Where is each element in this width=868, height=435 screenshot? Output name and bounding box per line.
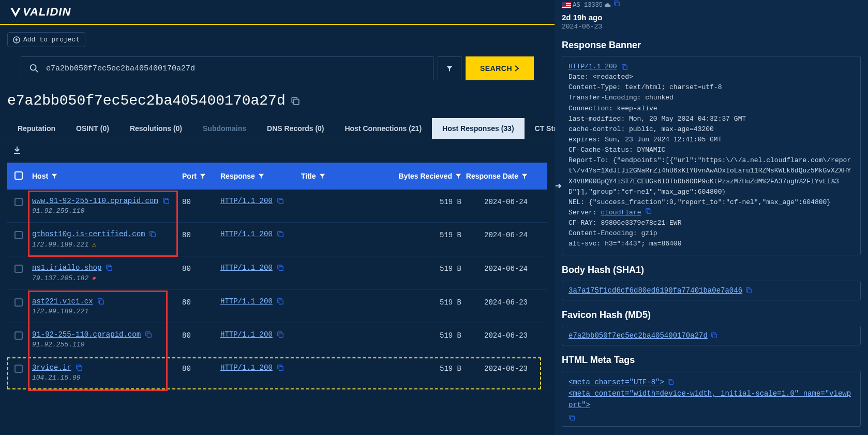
row-bytes: 519 B xyxy=(389,330,461,340)
tab-5[interactable]: Host Connections (21) xyxy=(335,118,432,139)
body-hash-link[interactable]: 3a7a175f1cd6cf6d80ed6190fa77401ba0e7a046 xyxy=(568,286,742,295)
svg-rect-25 xyxy=(78,366,82,370)
col-response[interactable]: Response xyxy=(220,172,301,180)
svg-rect-35 xyxy=(747,289,751,293)
tab-6[interactable]: Host Responses (33) xyxy=(432,118,524,139)
copy-icon[interactable] xyxy=(106,264,113,271)
svg-rect-13 xyxy=(108,266,112,270)
meta-tag-link[interactable]: <meta content="width=device-width, initi… xyxy=(568,388,854,411)
host-link[interactable]: gthost10g.is-certified.com xyxy=(32,230,145,238)
add-to-project-label: Add to project xyxy=(23,36,80,44)
copy-icon[interactable] xyxy=(277,331,284,338)
row-bytes: 519 B xyxy=(389,364,461,373)
copy-icon[interactable] xyxy=(76,364,83,371)
host-ip: 172.99.189.221 ⚠ xyxy=(32,240,96,249)
copy-icon[interactable] xyxy=(745,287,752,294)
row-checkbox[interactable] xyxy=(14,298,23,307)
tab-7[interactable]: CT Stream (0) xyxy=(525,118,555,139)
svg-rect-11 xyxy=(279,233,283,237)
row-checkbox[interactable] xyxy=(14,231,23,239)
banner-heading: Response Banner xyxy=(562,40,861,51)
host-ip: 172.99.189.221 xyxy=(32,308,88,315)
row-checkbox[interactable] xyxy=(14,331,23,340)
meta-tags-heading: HTML Meta Tags xyxy=(562,355,861,366)
table-row: gthost10g.is-certified.com172.99.189.221… xyxy=(7,223,547,256)
copy-icon[interactable] xyxy=(613,0,620,7)
favicon-hash-link[interactable]: e7a2bb050f7ec5ec2ba405400170a27d xyxy=(568,331,708,340)
row-port: 80 xyxy=(182,297,220,307)
add-to-project-button[interactable]: Add to project xyxy=(7,32,85,47)
host-link[interactable]: ast221.vici.cx xyxy=(32,297,93,306)
host-link[interactable]: 3rvice.ir xyxy=(32,364,71,372)
copy-icon[interactable] xyxy=(711,332,717,339)
svg-rect-5 xyxy=(164,199,169,204)
response-link[interactable]: HTTP/1.1 200 xyxy=(220,330,273,339)
download-icon[interactable] xyxy=(12,146,22,155)
copy-icon[interactable] xyxy=(667,379,674,385)
search-input[interactable]: e7a2bb050f7ec5ec2ba405400170a27d xyxy=(21,56,433,80)
copy-icon[interactable] xyxy=(277,364,284,371)
svg-rect-19 xyxy=(279,300,283,304)
row-port: 80 xyxy=(182,197,220,206)
row-date: 2024-06-24 xyxy=(461,197,528,206)
search-button[interactable]: SEARCH xyxy=(466,56,534,80)
row-port: 80 xyxy=(182,330,220,340)
svg-rect-21 xyxy=(147,333,151,337)
response-link[interactable]: HTTP/1.1 200 xyxy=(220,197,273,205)
copy-icon[interactable] xyxy=(645,208,652,214)
row-checkbox[interactable] xyxy=(14,265,23,273)
col-title[interactable]: Title xyxy=(301,172,389,180)
search-icon xyxy=(29,64,39,73)
response-ago: 2d 19h ago xyxy=(562,13,861,22)
response-link[interactable]: HTTP/1.1 200 xyxy=(220,297,273,306)
row-bytes: 519 B xyxy=(389,230,461,239)
banner-status-link[interactable]: HTTP/1.1 200 xyxy=(568,62,617,72)
meta-tag-link[interactable]: <meta charset="UTF-8"> xyxy=(568,376,664,388)
copy-icon[interactable] xyxy=(149,230,156,238)
copy-icon[interactable] xyxy=(621,64,628,70)
copy-icon[interactable] xyxy=(145,331,152,338)
banner-server-link[interactable]: cloudflare xyxy=(601,209,641,216)
table-row: 91-92-255-110.cprapid.com91.92.255.11080… xyxy=(7,323,547,356)
copy-icon[interactable] xyxy=(277,298,284,305)
plus-circle-icon xyxy=(13,36,20,44)
host-link[interactable]: www.91-92-255-110.cprapid.com xyxy=(32,197,158,205)
copy-icon[interactable] xyxy=(277,197,284,205)
copy-icon[interactable] xyxy=(277,264,284,271)
tab-4[interactable]: DNS Records (0) xyxy=(257,118,334,139)
response-link[interactable]: HTTP/1.1 200 xyxy=(220,230,273,238)
tab-2[interactable]: Resolutions (0) xyxy=(119,118,192,139)
tab-1[interactable]: OSINT (0) xyxy=(66,118,119,139)
col-port[interactable]: Port xyxy=(182,172,220,180)
svg-rect-17 xyxy=(99,300,103,304)
row-checkbox[interactable] xyxy=(14,198,23,206)
row-port: 80 xyxy=(182,364,220,373)
row-port: 80 xyxy=(182,264,220,273)
row-date: 2024-06-24 xyxy=(461,264,528,273)
response-date: 2024-06-23 xyxy=(562,23,861,31)
svg-rect-33 xyxy=(647,210,651,213)
copy-icon[interactable] xyxy=(277,230,284,238)
tab-3[interactable]: Subdomains xyxy=(192,118,257,139)
response-link[interactable]: HTTP/1.1 200 xyxy=(220,264,273,272)
search-filter-dropdown[interactable] xyxy=(438,56,461,80)
col-bytes[interactable]: Bytes Recieved xyxy=(389,172,461,180)
response-link[interactable]: HTTP/1.1 200 xyxy=(220,364,273,372)
host-link[interactable]: ns1.iriallo.shop xyxy=(32,264,101,272)
row-date: 2024-06-23 xyxy=(461,330,528,340)
tab-0[interactable]: Reputation xyxy=(7,118,66,139)
select-all-checkbox[interactable] xyxy=(14,171,23,180)
collapse-panel-button[interactable] xyxy=(555,181,563,192)
svg-rect-15 xyxy=(279,266,283,270)
copy-icon[interactable] xyxy=(97,298,104,305)
col-host[interactable]: Host xyxy=(32,172,182,180)
copy-icon[interactable] xyxy=(162,197,170,205)
copy-icon[interactable] xyxy=(568,414,575,421)
svg-rect-31 xyxy=(623,66,627,69)
col-date[interactable]: Response Date xyxy=(461,172,528,180)
table-row: ast221.vici.cx172.99.189.22180HTTP/1.1 2… xyxy=(7,290,547,323)
copy-icon[interactable] xyxy=(291,96,300,106)
row-checkbox[interactable] xyxy=(14,365,23,373)
warning-icon: ⚠ xyxy=(92,240,96,249)
host-link[interactable]: 91-92-255-110.cprapid.com xyxy=(32,330,141,339)
